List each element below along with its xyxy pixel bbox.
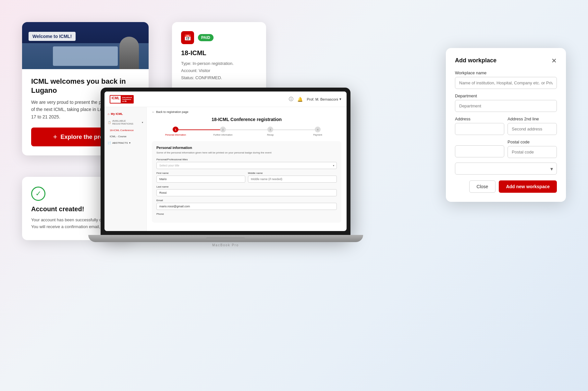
first-name-input[interactable]: [156, 176, 245, 183]
personal-info-title: Personal information: [156, 146, 337, 150]
step-1: 1 Personal information: [152, 127, 199, 136]
logo-subtitle: International Conference on ML: [121, 96, 133, 103]
close-button[interactable]: Close: [469, 180, 496, 193]
address2-input[interactable]: [508, 123, 557, 135]
step-4-label: Payment: [313, 134, 322, 136]
city-input[interactable]: [455, 145, 504, 157]
last-name-field-row: Last name: [156, 185, 337, 196]
app-body: ⌂ My ICML 📋 AVAILABLE REGISTRATIONS ▾ 18…: [104, 107, 347, 231]
my-icml-label: My ICML: [111, 112, 123, 116]
sidebar-my-icml[interactable]: ⌂ My ICML: [104, 110, 146, 117]
city-field: [455, 140, 504, 158]
laptop-notch: [206, 237, 245, 240]
registration-header: 📅 PAID: [181, 31, 257, 44]
email-field-row: Email: [156, 199, 337, 210]
department-field: Department: [455, 93, 557, 112]
building-image: [53, 46, 118, 66]
address-row: Address Address 2nd line: [455, 116, 557, 135]
modal-close-icon[interactable]: ✕: [551, 57, 557, 64]
steps-progress: 1 Personal information 2 Further informa…: [152, 127, 341, 136]
step-4-circle: 4: [315, 127, 321, 132]
address2-field: Address 2nd line: [508, 116, 557, 135]
calendar-icon: 📅: [181, 31, 194, 44]
last-name-label: Last name: [156, 185, 337, 188]
step-3: 3 Recap: [247, 127, 294, 136]
workplace-name-field: Workplace name: [455, 70, 557, 89]
email-label: Email: [156, 199, 337, 202]
user-profile[interactable]: Prof. M. Bernasconi ▾: [307, 97, 341, 101]
chevron-down-icon-abs: ▾: [129, 141, 130, 144]
add-workspace-button[interactable]: Add new workspace: [499, 180, 557, 193]
middle-name-field: Middle name: [248, 172, 337, 183]
address-label: Address: [455, 116, 504, 121]
address-field: Address: [455, 116, 504, 135]
country-select-wrapper: [455, 163, 557, 175]
course-label: ICML - Course: [110, 135, 127, 138]
screen-inner: ICML International Conference on ML ⓘ 🔔 …: [104, 92, 347, 231]
logo-text: ICML: [110, 96, 121, 103]
postal-code-row: Postal code: [455, 140, 557, 158]
modal-title: Add workplace: [455, 57, 496, 64]
phone-label: Phone: [156, 213, 337, 215]
step-2-circle: 2: [220, 127, 226, 132]
registrations-label: AVAILABLE REGISTRATIONS: [112, 119, 141, 125]
middle-name-input[interactable]: [248, 176, 337, 183]
title-field-row: Personal/Professional titles Select your…: [156, 158, 337, 169]
chevron-down-icon-sidebar: ▾: [142, 121, 143, 124]
plus-icon: +: [53, 133, 57, 141]
nav-icons: ⓘ 🔔 Prof. M. Bernasconi ▾: [289, 96, 341, 102]
app-sidebar: ⌂ My ICML 📋 AVAILABLE REGISTRATIONS ▾ 18…: [104, 107, 147, 231]
country-select[interactable]: [455, 163, 557, 175]
middle-name-label: Middle name: [248, 172, 337, 175]
chevron-down-icon: ▾: [339, 97, 341, 101]
conference-label: 18-ICML Conference: [110, 129, 134, 132]
back-arrow-icon: ←: [152, 110, 155, 114]
help-icon[interactable]: ⓘ: [289, 96, 293, 102]
personal-info-section: Personal information Some of the persona…: [152, 141, 341, 223]
step-3-label: Recap: [267, 134, 274, 136]
app-navigation: ICML International Conference on ML ⓘ 🔔 …: [104, 92, 347, 107]
postal-code-label: Postal code: [508, 140, 557, 144]
sidebar-abstracts[interactable]: 📄 ABSTRACTS ▾: [104, 140, 146, 146]
check-circle-icon: ✓: [31, 187, 45, 201]
sidebar-conference-item[interactable]: 18-ICML Conference: [104, 127, 146, 133]
registration-details: Type: In-person registration. Account: V…: [181, 60, 257, 81]
title-field-label: Personal/Professional titles: [156, 158, 337, 161]
workplace-name-label: Workplace name: [455, 70, 557, 75]
welcome-banner: Welcome to ICML!: [29, 32, 76, 41]
step-1-label: Personal information: [165, 134, 186, 136]
last-name-input[interactable]: [156, 189, 337, 196]
sidebar-course-item[interactable]: ICML - Course: [104, 133, 146, 140]
laptop-container: ICML International Conference on ML ⓘ 🔔 …: [101, 88, 350, 247]
reg-account: Account: Visitor: [181, 68, 210, 73]
workplace-name-input[interactable]: [455, 77, 557, 89]
step-3-circle: 3: [267, 127, 273, 132]
step-2: 2 Further information: [199, 127, 247, 136]
conference-registration-title: 18-ICML Conference registration: [152, 117, 341, 122]
laptop-screen: ICML International Conference on ML ⓘ 🔔 …: [101, 88, 350, 235]
reg-status: Status: CONFIRMED.: [181, 75, 222, 80]
title-select[interactable]: Select your title: [156, 162, 337, 169]
reg-type: Type: In-person registration.: [181, 61, 234, 66]
sidebar-registrations-section[interactable]: 📋 AVAILABLE REGISTRATIONS ▾: [104, 117, 146, 127]
first-name-field: First name: [156, 172, 245, 183]
user-name: Prof. M. Bernasconi: [307, 97, 338, 101]
department-input[interactable]: [455, 100, 557, 112]
postal-code-input[interactable]: [508, 146, 557, 158]
file-icon: 📋: [108, 121, 111, 124]
person-silhouette: [119, 37, 139, 69]
icml-logo-box: ICML International Conference on ML: [110, 95, 134, 104]
paid-badge: PAID: [198, 34, 214, 41]
step-2-label: Further information: [213, 134, 232, 136]
first-name-label: First name: [156, 172, 245, 175]
notification-icon[interactable]: 🔔: [297, 97, 303, 102]
doc-icon: 📄: [108, 141, 111, 144]
abstracts-label: ABSTRACTS: [112, 141, 128, 144]
personal-info-desc: Some of the personal information given h…: [156, 151, 337, 155]
step-1-circle: 1: [173, 127, 178, 132]
welcome-card-image: Welcome to ICML!: [22, 22, 149, 69]
modal-header: Add workplace ✕: [455, 57, 557, 64]
back-link[interactable]: ← Back to registration page: [152, 110, 341, 114]
address-input[interactable]: [455, 123, 504, 135]
email-input[interactable]: [156, 203, 337, 210]
